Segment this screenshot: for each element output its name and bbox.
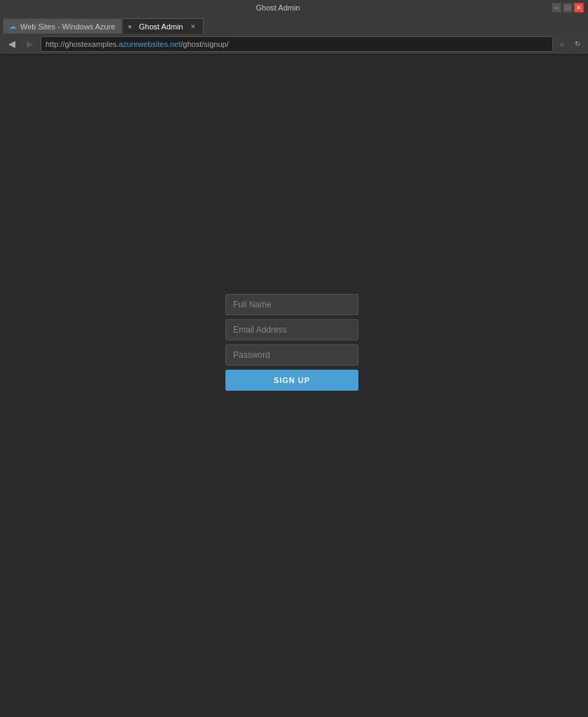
back-button[interactable]: ◀ (4, 36, 20, 52)
close-button[interactable]: ✕ (574, 3, 584, 13)
search-icon: ⌕ (560, 40, 564, 48)
tab-label-azure: Web Sites - Windows Azure (20, 22, 115, 31)
signup-button[interactable]: SIGN UP (225, 370, 358, 391)
window-title: Ghost Admin (256, 4, 300, 12)
tab-ghost-admin[interactable]: ● Ghost Admin ✕ (122, 18, 204, 34)
email-input[interactable] (225, 319, 358, 340)
tab-azure[interactable]: ☁ Web Sites - Windows Azure (3, 18, 122, 34)
address-input[interactable]: http://ghostexamples.azurewebsites.net/g… (41, 36, 553, 52)
tab-label-ghost: Ghost Admin (139, 22, 183, 31)
password-input[interactable] (225, 344, 358, 366)
full-name-input[interactable] (225, 294, 358, 315)
maximize-button[interactable]: □ (563, 3, 573, 13)
refresh-icon: ↻ (575, 40, 580, 48)
tab-close-icon[interactable]: ✕ (189, 22, 197, 31)
tab-favicon-ghost: ● (128, 22, 136, 31)
address-bar: ◀ ▶ http://ghostexamples.azurewebsites.n… (0, 34, 588, 55)
search-button[interactable]: ⌕ (556, 38, 568, 50)
title-bar: Ghost Admin − □ ✕ (0, 0, 588, 15)
refresh-button[interactable]: ↻ (571, 38, 584, 50)
forward-button[interactable]: ▶ (22, 36, 38, 52)
back-icon: ◀ (8, 39, 15, 49)
forward-icon: ▶ (27, 39, 34, 49)
address-url-text: http://ghostexamples.azurewebsites.net/g… (46, 40, 229, 48)
signup-form: SIGN UP (225, 294, 358, 391)
tab-bar: ☁ Web Sites - Windows Azure ● Ghost Admi… (0, 15, 588, 34)
minimize-button[interactable]: − (552, 3, 561, 13)
tab-favicon-azure: ☁ (9, 22, 18, 31)
